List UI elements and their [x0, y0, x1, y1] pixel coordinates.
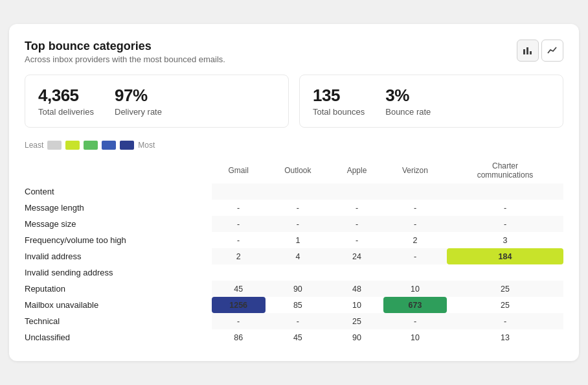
delivery-rate-label: Delivery rate: [115, 107, 162, 117]
cell-category: Technical: [25, 313, 212, 329]
cell-charter: -: [447, 216, 563, 232]
cell-category: Message size: [25, 216, 212, 232]
col-header-apple: Apple: [330, 158, 383, 183]
cell-apple: 24: [330, 248, 383, 264]
cell-charter: [447, 183, 563, 200]
cell-charter: 3: [447, 232, 563, 248]
legend-swatch-4: [102, 141, 116, 150]
svg-rect-2: [530, 51, 532, 54]
table-row: Invalid address2424-184: [25, 248, 563, 264]
col-header-gmail: Gmail: [212, 158, 266, 183]
line-chart-button[interactable]: [541, 40, 563, 62]
total-bounces-value: 135: [313, 86, 365, 106]
cell-category: Unclassified: [25, 329, 212, 345]
total-deliveries: 4,365 Total deliveries: [38, 86, 94, 117]
cell-gmail: -: [212, 200, 266, 216]
cell-outlook: -: [266, 313, 330, 329]
bar-chart-icon: [523, 45, 533, 56]
col-header-verizon: Verizon: [383, 158, 447, 183]
cell-charter: -: [447, 200, 563, 216]
table-row: Message length-----: [25, 200, 563, 216]
col-header-category: [25, 158, 212, 183]
cell-charter: 25: [447, 297, 563, 313]
legend-most-label: Most: [138, 141, 155, 150]
cell-category: Mailbox unavailable: [25, 297, 212, 313]
cell-verizon: 10: [383, 281, 447, 297]
bar-chart-button[interactable]: [517, 40, 539, 62]
cell-apple: -: [330, 200, 383, 216]
cell-gmail: -: [212, 313, 266, 329]
svg-rect-1: [526, 47, 528, 54]
cell-apple: -: [330, 216, 383, 232]
cell-charter: -: [447, 313, 563, 329]
cell-category: Frequency/volume too high: [25, 232, 212, 248]
bounce-categories-table: Gmail Outlook Apple Verizon Charter comm…: [25, 158, 563, 345]
total-deliveries-label: Total deliveries: [38, 107, 94, 117]
cell-category: Invalid sending address: [25, 264, 212, 281]
card-subtitle: Across inbox providers with the most bou…: [25, 54, 225, 64]
cell-gmail: 1256: [212, 297, 266, 313]
cell-gmail: 86: [212, 329, 266, 345]
table-row: Reputation4590481025: [25, 281, 563, 297]
col-header-charter: Charter communications: [447, 158, 563, 183]
bounce-rate-value: 3%: [385, 86, 431, 106]
table-row: Frequency/volume too high-1-23: [25, 232, 563, 248]
bounce-stats-box: 135 Total bounces 3% Bounce rate: [299, 75, 563, 128]
cell-outlook: 4: [266, 248, 330, 264]
cell-apple: 10: [330, 297, 383, 313]
card-title: Top bounce categories: [25, 40, 225, 53]
cell-outlook: [266, 264, 330, 281]
cell-apple: [330, 264, 383, 281]
cell-apple: [330, 183, 383, 200]
cell-gmail: 45: [212, 281, 266, 297]
cell-outlook: -: [266, 200, 330, 216]
total-bounces-label: Total bounces: [313, 107, 365, 117]
cell-gmail: [212, 183, 266, 200]
table-row: Invalid sending address: [25, 264, 563, 281]
cell-apple: 48: [330, 281, 383, 297]
cell-category: Reputation: [25, 281, 212, 297]
cell-category: Invalid address: [25, 248, 212, 264]
legend-swatch-3: [84, 141, 98, 150]
cell-verizon: -: [383, 200, 447, 216]
table-row: Content: [25, 183, 563, 200]
cell-charter: 13: [447, 329, 563, 345]
cell-gmail: -: [212, 232, 266, 248]
legend-least-label: Least: [25, 141, 43, 150]
table-row: Unclassified8645901013: [25, 329, 563, 345]
bounce-rate: 3% Bounce rate: [385, 86, 431, 117]
legend-swatch-1: [47, 141, 62, 150]
legend-swatch-2: [65, 141, 80, 150]
cell-verizon: -: [383, 248, 447, 264]
total-bounces: 135 Total bounces: [313, 86, 365, 117]
table-row: Mailbox unavailable1256851067325: [25, 297, 563, 313]
legend-swatch-5: [120, 141, 134, 150]
cell-apple: 90: [330, 329, 383, 345]
chart-type-buttons: [517, 40, 563, 62]
cell-outlook: 45: [266, 329, 330, 345]
main-card: Top bounce categories Across inbox provi…: [9, 24, 579, 361]
cell-outlook: -: [266, 216, 330, 232]
cell-verizon: [383, 264, 447, 281]
table-row: Technical--25--: [25, 313, 563, 329]
table-row: Message size-----: [25, 216, 563, 232]
cell-category: Content: [25, 183, 212, 200]
cell-verizon: -: [383, 216, 447, 232]
cell-apple: -: [330, 232, 383, 248]
cell-apple: 25: [330, 313, 383, 329]
cell-charter: 184: [447, 248, 563, 264]
heat-legend: Least Most: [25, 141, 563, 150]
stats-row: 4,365 Total deliveries 97% Delivery rate…: [25, 75, 563, 128]
svg-rect-0: [523, 49, 525, 54]
bounce-rate-label: Bounce rate: [385, 107, 431, 117]
card-header: Top bounce categories Across inbox provi…: [25, 40, 563, 64]
header-text: Top bounce categories Across inbox provi…: [25, 40, 225, 64]
line-chart-icon: [547, 45, 558, 56]
cell-gmail: -: [212, 216, 266, 232]
cell-outlook: [266, 183, 330, 200]
total-deliveries-value: 4,365: [38, 86, 94, 106]
cell-verizon: [383, 183, 447, 200]
cell-category: Message length: [25, 200, 212, 216]
cell-outlook: 1: [266, 232, 330, 248]
cell-verizon: 673: [383, 297, 447, 313]
